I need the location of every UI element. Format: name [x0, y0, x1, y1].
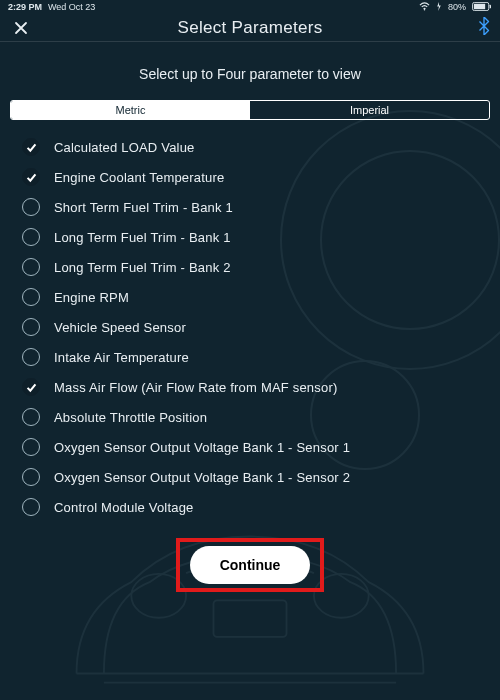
parameter-label: Calculated LOAD Value	[54, 140, 195, 155]
parameter-label: Absolute Throttle Position	[54, 410, 207, 425]
unit-segmented-control: Metric Imperial	[10, 100, 490, 120]
parameter-item[interactable]: Oxygen Sensor Output Voltage Bank 1 - Se…	[22, 438, 478, 456]
close-icon[interactable]	[12, 19, 30, 37]
parameter-item[interactable]: Short Term Fuel Trim - Bank 1	[22, 198, 478, 216]
parameter-item[interactable]: Engine RPM	[22, 288, 478, 306]
status-time: 2:29 PM	[8, 2, 42, 12]
continue-button[interactable]: Continue	[190, 546, 311, 584]
checkbox-checked-icon	[22, 168, 40, 186]
parameter-label: Oxygen Sensor Output Voltage Bank 1 - Se…	[54, 470, 350, 485]
status-date: Wed Oct 23	[48, 2, 95, 12]
annotation-highlight: Continue	[176, 538, 325, 592]
checkbox-unchecked-icon	[22, 258, 40, 276]
parameter-item[interactable]: Control Module Voltage	[22, 498, 478, 516]
parameter-label: Engine Coolant Temperature	[54, 170, 224, 185]
parameter-label: Control Module Voltage	[54, 500, 194, 515]
parameter-label: Long Term Fuel Trim - Bank 2	[54, 260, 231, 275]
parameter-label: Intake Air Temperature	[54, 350, 189, 365]
parameter-item[interactable]: Absolute Throttle Position	[22, 408, 478, 426]
parameter-item[interactable]: Vehicle Speed Sensor	[22, 318, 478, 336]
parameter-item[interactable]: Oxygen Sensor Output Voltage Bank 1 - Se…	[22, 468, 478, 486]
svg-point-3	[424, 8, 425, 9]
checkbox-unchecked-icon	[22, 318, 40, 336]
checkbox-unchecked-icon	[22, 198, 40, 216]
wifi-icon	[419, 2, 430, 13]
parameter-item[interactable]: Engine Coolant Temperature	[22, 168, 478, 186]
parameter-list: Calculated LOAD ValueEngine Coolant Temp…	[0, 138, 500, 516]
svg-rect-2	[213, 600, 286, 637]
checkbox-unchecked-icon	[22, 408, 40, 426]
parameter-label: Mass Air Flow (Air Flow Rate from MAF se…	[54, 380, 338, 395]
svg-rect-5	[474, 3, 485, 8]
parameter-label: Short Term Fuel Trim - Bank 1	[54, 200, 233, 215]
parameter-item[interactable]: Long Term Fuel Trim - Bank 2	[22, 258, 478, 276]
battery-pct: 80%	[448, 2, 466, 12]
battery-icon	[472, 2, 492, 13]
svg-rect-6	[490, 4, 491, 8]
checkbox-unchecked-icon	[22, 288, 40, 306]
unit-imperial-option[interactable]: Imperial	[250, 101, 489, 119]
parameter-label: Vehicle Speed Sensor	[54, 320, 186, 335]
titlebar: Select Parameters	[0, 14, 500, 42]
parameter-label: Oxygen Sensor Output Voltage Bank 1 - Se…	[54, 440, 350, 455]
checkbox-checked-icon	[22, 138, 40, 156]
parameter-label: Engine RPM	[54, 290, 129, 305]
parameter-label: Long Term Fuel Trim - Bank 1	[54, 230, 231, 245]
checkbox-checked-icon	[22, 378, 40, 396]
checkbox-unchecked-icon	[22, 468, 40, 486]
parameter-item[interactable]: Long Term Fuel Trim - Bank 1	[22, 228, 478, 246]
bluetooth-icon[interactable]	[478, 17, 490, 39]
checkbox-unchecked-icon	[22, 498, 40, 516]
checkbox-unchecked-icon	[22, 348, 40, 366]
charging-icon	[436, 2, 442, 13]
checkbox-unchecked-icon	[22, 438, 40, 456]
status-bar: 2:29 PM Wed Oct 23 80%	[0, 0, 500, 14]
subtitle: Select up to Four parameter to view	[0, 66, 500, 82]
page-title: Select Parameters	[178, 18, 323, 38]
unit-metric-option[interactable]: Metric	[11, 101, 250, 119]
parameter-item[interactable]: Mass Air Flow (Air Flow Rate from MAF se…	[22, 378, 478, 396]
parameter-item[interactable]: Calculated LOAD Value	[22, 138, 478, 156]
checkbox-unchecked-icon	[22, 228, 40, 246]
parameter-item[interactable]: Intake Air Temperature	[22, 348, 478, 366]
